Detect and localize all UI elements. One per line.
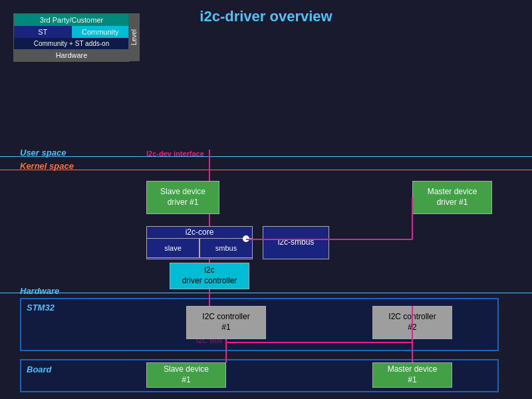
legend-st: ST [14,26,72,38]
hardware-label: Hardware [20,286,59,296]
kernel-space-divider [0,170,532,170]
junction-circle [243,235,249,242]
legend-community: Community [72,26,130,38]
hardware-divider [0,293,532,293]
i2c-core-label: i2c-core [146,226,253,237]
master-device-driver-1: Master device driver #1 [412,181,492,214]
i2c-slave-sub: slave [146,238,200,258]
legend-3rdparty: 3rd Party/Customer [14,14,129,26]
legend-hardware: Hardware [14,49,129,61]
board-slave-device-1: Slave device #1 [146,362,226,388]
level-label: Level [128,13,140,61]
i2c-driver-controller-box: i2c driver controller [170,263,249,289]
legend-box: 3rd Party/Customer ST Community Communit… [13,13,130,62]
i2c-smbus-box: i2c-smbus [263,226,329,259]
i2c-controller-1: I2C controller #1 [186,306,266,339]
legend-st-community: ST Community [14,26,129,38]
user-space-divider [0,156,532,157]
i2c-controller-2: I2C controller #2 [372,306,452,339]
board-master-device-1: Master device #1 [372,362,452,388]
i2c-dev-interface-label: I2c-dev interface [146,150,204,158]
board-label: Board [27,364,52,374]
legend-community-st: Community + ST adds-on [14,38,129,49]
stm32-label: STM32 [27,303,55,313]
slave-device-driver-1: Slave device driver #1 [146,181,219,214]
